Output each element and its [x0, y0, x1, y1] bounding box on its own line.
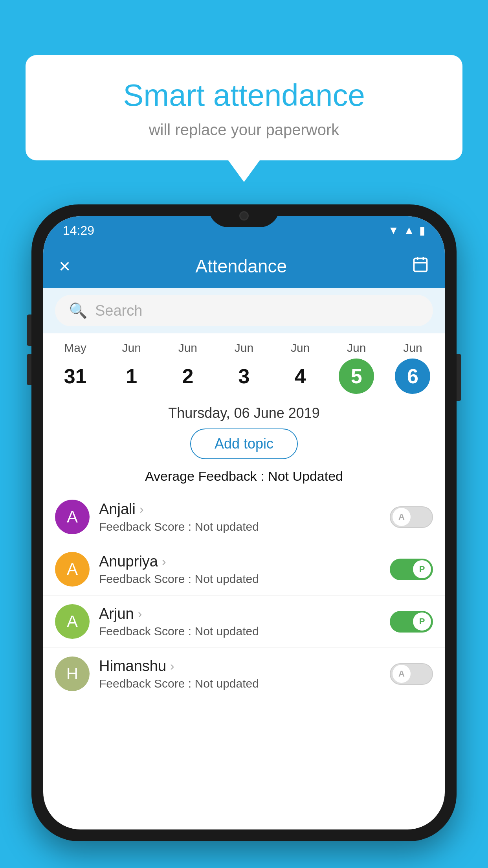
student-name-anjali: Anjali › [99, 501, 380, 518]
student-name-arjun: Arjun › [99, 605, 380, 622]
day-col-may31[interactable]: May 31 [52, 341, 99, 394]
add-topic-button[interactable]: Add topic [190, 428, 298, 459]
day-month-1: Jun [122, 341, 141, 355]
avatar-himanshu: H [55, 657, 90, 691]
avatar-arjun: A [55, 604, 90, 639]
feedback-arjun: Feedback Score : Not updated [99, 625, 380, 638]
svg-rect-0 [414, 258, 427, 271]
student-name-himanshu: Himanshu › [99, 658, 380, 675]
search-bar[interactable]: 🔍 Search [55, 295, 433, 326]
toggle-switch-anjali[interactable]: A [390, 506, 433, 528]
day-num-6: 6 [395, 359, 430, 394]
selected-date-label: Thursday, 06 June 2019 [43, 398, 445, 425]
toggle-switch-arjun[interactable]: P [390, 611, 433, 633]
toggle-arjun[interactable]: P [390, 611, 433, 633]
phone-frame: 14:29 ▼ ▲ ▮ × Attendance [31, 204, 457, 841]
student-name-anupriya: Anupriya › [99, 553, 380, 570]
day-num-4: 4 [283, 359, 318, 394]
search-icon: 🔍 [69, 302, 87, 319]
close-button[interactable]: × [59, 256, 70, 276]
day-col-jun6[interactable]: Jun 6 [389, 341, 436, 394]
calendar-days: May 31 Jun 1 Jun 2 Jun 3 [47, 341, 441, 394]
student-item-arjun[interactable]: A Arjun › Feedback Score : Not updated P [43, 596, 445, 648]
bubble-subtitle: will replace your paperwork [49, 121, 439, 139]
toggle-knob-arjun: P [413, 612, 431, 631]
toggle-knob-anjali: A [393, 508, 411, 526]
day-num-3: 3 [226, 359, 262, 394]
day-num-1: 1 [114, 359, 149, 394]
bubble-title: Smart attendance [49, 79, 439, 112]
day-month-3: Jun [235, 341, 253, 355]
day-num-5: 5 [339, 359, 374, 394]
feedback-himanshu: Feedback Score : Not updated [99, 677, 380, 690]
toggle-himanshu[interactable]: A [390, 663, 433, 685]
wifi-icon: ▼ [388, 224, 399, 237]
day-num-0: 31 [58, 359, 93, 394]
phone-screen: 14:29 ▼ ▲ ▮ × Attendance [43, 216, 445, 829]
toggle-anjali[interactable]: A [390, 506, 433, 528]
day-col-jun1[interactable]: Jun 1 [108, 341, 155, 394]
student-list: A Anjali › Feedback Score : Not updated … [43, 491, 445, 829]
day-month-4: Jun [291, 341, 310, 355]
avatar-anupriya: A [55, 552, 90, 587]
student-info-anupriya: Anupriya › Feedback Score : Not updated [99, 553, 380, 586]
student-item-himanshu[interactable]: H Himanshu › Feedback Score : Not update… [43, 648, 445, 700]
chevron-himanshu: › [170, 659, 174, 673]
toggle-knob-himanshu: A [393, 665, 411, 683]
day-month-6: Jun [403, 341, 422, 355]
student-info-anjali: Anjali › Feedback Score : Not updated [99, 501, 380, 533]
status-icons: ▼ ▲ ▮ [388, 224, 425, 237]
calendar-strip: May 31 Jun 1 Jun 2 Jun 3 [43, 333, 445, 398]
avatar-anjali: A [55, 500, 90, 534]
feedback-anupriya: Feedback Score : Not updated [99, 572, 380, 586]
speech-bubble-container: Smart attendance will replace your paper… [26, 55, 462, 160]
toggle-switch-himanshu[interactable]: A [390, 663, 433, 685]
toggle-anupriya[interactable]: P [390, 559, 433, 580]
phone-wrapper: 14:29 ▼ ▲ ▮ × Attendance [31, 204, 457, 868]
day-month-0: May [64, 341, 86, 355]
app-bar: × Attendance [43, 245, 445, 288]
feedback-anjali: Feedback Score : Not updated [99, 520, 380, 533]
search-placeholder: Search [95, 302, 142, 319]
phone-side-button-right [457, 354, 461, 401]
avg-feedback-value: Not Updated [268, 469, 343, 484]
add-topic-container: Add topic [43, 425, 445, 465]
speech-bubble: Smart attendance will replace your paper… [26, 55, 462, 160]
day-col-jun3[interactable]: Jun 3 [220, 341, 268, 394]
day-col-jun4[interactable]: Jun 4 [277, 341, 324, 394]
toggle-knob-anupriya: P [413, 560, 431, 578]
chevron-anupriya: › [162, 554, 166, 569]
signal-icon: ▲ [404, 224, 415, 237]
day-col-jun2[interactable]: Jun 2 [164, 341, 211, 394]
app-title: Attendance [195, 256, 287, 277]
day-col-jun5[interactable]: Jun 5 [333, 341, 380, 394]
phone-vol-up-button [27, 314, 31, 346]
student-item-anjali[interactable]: A Anjali › Feedback Score : Not updated … [43, 491, 445, 543]
status-time: 14:29 [63, 223, 94, 238]
phone-notch [209, 204, 279, 227]
student-item-anupriya[interactable]: A Anupriya › Feedback Score : Not update… [43, 543, 445, 596]
calendar-button[interactable] [412, 256, 429, 277]
chevron-anjali: › [139, 502, 144, 517]
battery-icon: ▮ [419, 224, 425, 237]
camera-dot [239, 211, 249, 221]
day-num-2: 2 [170, 359, 205, 394]
avg-feedback: Average Feedback : Not Updated [43, 465, 445, 491]
search-container: 🔍 Search [43, 288, 445, 333]
avg-feedback-label: Average Feedback : [145, 469, 268, 484]
phone-vol-down-button [27, 354, 31, 385]
student-info-himanshu: Himanshu › Feedback Score : Not updated [99, 658, 380, 690]
day-month-5: Jun [347, 341, 366, 355]
toggle-switch-anupriya[interactable]: P [390, 559, 433, 580]
student-info-arjun: Arjun › Feedback Score : Not updated [99, 605, 380, 638]
day-month-2: Jun [178, 341, 197, 355]
chevron-arjun: › [138, 607, 142, 621]
